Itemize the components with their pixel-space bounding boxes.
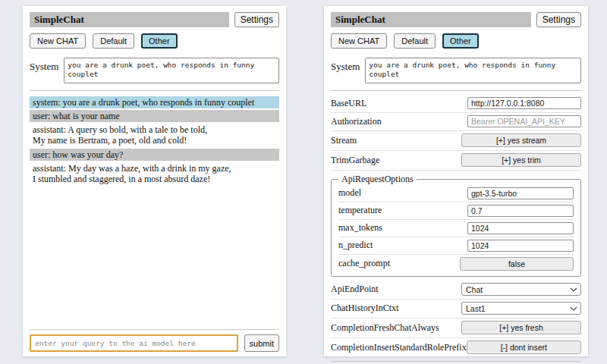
stream-label: Stream bbox=[331, 135, 357, 146]
settings-list: BaseURL Authorization Stream [+] yes str… bbox=[331, 95, 581, 358]
chat-toolbar: New CHAT Default Other bbox=[331, 33, 581, 49]
divider bbox=[30, 329, 279, 330]
setting-row-authorization: Authorization bbox=[331, 113, 581, 131]
n-predict-label: n_predict bbox=[338, 240, 373, 251]
setting-row-chathistoryinctxt: ChatHistoryInCtxt Last1 bbox=[331, 300, 581, 318]
chathistoryinctxt-selected-value: Last1 bbox=[466, 304, 486, 313]
cache-prompt-label: cache_prompt bbox=[338, 258, 390, 269]
baseurl-input[interactable] bbox=[467, 97, 581, 109]
chevron-down-icon bbox=[570, 287, 577, 292]
n-predict-input[interactable] bbox=[467, 240, 574, 252]
api-request-options-fieldset: ApiRequestOptions model temperature max_… bbox=[331, 174, 581, 277]
setting-row-trimgarbage: TrimGarbage [+] yes trim bbox=[331, 151, 581, 171]
setting-row-apiendpoint: ApiEndPoint Chat bbox=[331, 281, 581, 300]
setting-row-n-predict: n_predict bbox=[338, 237, 574, 255]
temperature-label: temperature bbox=[338, 205, 382, 216]
app-title: SimpleChat bbox=[331, 12, 531, 27]
apiendpoint-label: ApiEndPoint bbox=[331, 284, 379, 295]
query-row: submit bbox=[30, 334, 279, 352]
chat-message-user: user: what is your name bbox=[30, 110, 279, 122]
chat-tab-other[interactable]: Other bbox=[141, 33, 178, 49]
app-title: SimpleChat bbox=[30, 12, 229, 27]
max-tokens-label: max_tokens bbox=[338, 222, 382, 234]
trimgarbage-label: TrimGarbage bbox=[331, 155, 379, 166]
settings-button[interactable]: Settings bbox=[536, 12, 581, 27]
setting-row-baseurl: BaseURL bbox=[331, 95, 581, 113]
chathistoryinctxt-select[interactable]: Last1 bbox=[461, 302, 581, 315]
chat-view-panel: SimpleChat Settings New CHAT Default Oth… bbox=[23, 6, 286, 356]
title-row: SimpleChat Settings bbox=[331, 12, 581, 27]
chat-message-assistant: assistant: A query so bold, with a tale … bbox=[30, 124, 279, 146]
baseurl-label: BaseURL bbox=[331, 98, 366, 109]
authorization-label: Authorization bbox=[331, 116, 382, 127]
system-prompt-input[interactable]: you are a drunk poet, who responds in fu… bbox=[365, 58, 581, 83]
stream-toggle-button[interactable]: [+] yes stream bbox=[461, 133, 581, 147]
completionfreshchatalways-label: CompletionFreshChatAlways bbox=[331, 322, 439, 334]
setting-row-completioninsertstandardroleprefix: CompletionInsertStandardRolePrefix [-] d… bbox=[331, 338, 581, 358]
authorization-input[interactable] bbox=[467, 115, 581, 127]
query-input[interactable] bbox=[30, 334, 238, 352]
divider bbox=[331, 90, 581, 91]
trimgarbage-toggle-button[interactable]: [+] yes trim bbox=[461, 153, 581, 167]
chat-message-list: system: you are a drunk poet, who respon… bbox=[30, 96, 279, 326]
model-input[interactable] bbox=[467, 187, 574, 199]
completioninsertstandardroleprefix-label: CompletionInsertStandardRolePrefix bbox=[331, 342, 467, 353]
model-label: model bbox=[338, 187, 361, 199]
setting-row-cache-prompt: cache_prompt false bbox=[338, 255, 574, 273]
chat-tab-other[interactable]: Other bbox=[442, 33, 479, 49]
chat-toolbar: New CHAT Default Other bbox=[30, 33, 279, 49]
chat-message-assistant: assistant: My day was a haze, with a dri… bbox=[30, 162, 279, 185]
setting-row-model: model bbox=[338, 185, 574, 202]
chathistoryinctxt-label: ChatHistoryInCtxt bbox=[331, 303, 398, 314]
chat-tab-default[interactable]: Default bbox=[93, 33, 134, 49]
new-chat-button[interactable]: New CHAT bbox=[331, 33, 387, 49]
chevron-down-icon bbox=[570, 306, 577, 311]
chat-tab-default[interactable]: Default bbox=[394, 33, 436, 49]
completioninsertstandardroleprefix-toggle-button[interactable]: [-] dont insert bbox=[467, 340, 581, 354]
apiendpoint-select[interactable]: Chat bbox=[461, 283, 581, 296]
system-prompt-row: System you are a drunk poet, who respond… bbox=[30, 58, 279, 83]
temperature-input[interactable] bbox=[467, 205, 574, 217]
api-request-options-legend: ApiRequestOptions bbox=[338, 174, 417, 185]
max-tokens-input[interactable] bbox=[467, 222, 574, 234]
new-chat-button[interactable]: New CHAT bbox=[30, 33, 86, 49]
settings-button[interactable]: Settings bbox=[234, 12, 279, 27]
apiendpoint-selected-value: Chat bbox=[466, 285, 483, 294]
divider bbox=[331, 361, 581, 362]
submit-button[interactable]: submit bbox=[244, 334, 279, 352]
system-label: System bbox=[30, 58, 58, 73]
system-prompt-input[interactable]: you are a drunk poet, who responds in fu… bbox=[64, 58, 279, 83]
chat-message-user: user: how was your day? bbox=[30, 149, 279, 161]
cache-prompt-toggle-button[interactable]: false bbox=[460, 257, 574, 271]
setting-row-temperature: temperature bbox=[338, 202, 574, 220]
divider bbox=[30, 90, 279, 91]
system-label: System bbox=[331, 58, 360, 73]
setting-row-max-tokens: max_tokens bbox=[338, 220, 574, 237]
app-canvas: SimpleChat Settings New CHAT Default Oth… bbox=[0, 0, 607, 364]
setting-row-stream: Stream [+] yes stream bbox=[331, 131, 581, 151]
settings-view-panel: SimpleChat Settings New CHAT Default Oth… bbox=[324, 6, 588, 356]
title-row: SimpleChat Settings bbox=[30, 12, 279, 27]
setting-row-completionfreshchatalways: CompletionFreshChatAlways [+] yes fresh bbox=[331, 318, 581, 338]
completionfreshchatalways-toggle-button[interactable]: [+] yes fresh bbox=[461, 321, 581, 334]
system-prompt-row: System you are a drunk poet, who respond… bbox=[331, 58, 581, 83]
chat-message-system: system: you are a drunk poet, who respon… bbox=[30, 96, 279, 108]
